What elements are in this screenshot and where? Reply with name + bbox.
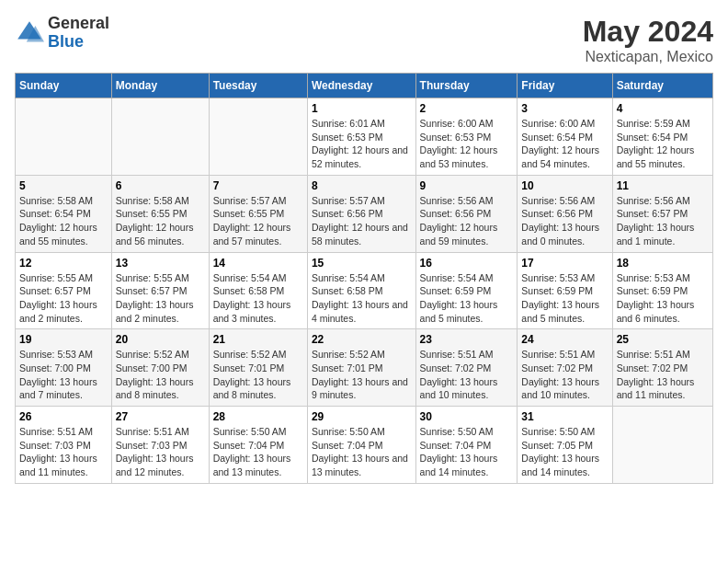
day-number: 28 <box>213 410 303 423</box>
sunrise-label: Sunrise: 5:56 AM <box>617 195 690 206</box>
daylight-label: Daylight: 12 hours and 56 minutes. <box>116 222 194 247</box>
daylight-label: Daylight: 13 hours and 9 minutes. <box>312 376 408 401</box>
calendar-cell: 25 Sunrise: 5:51 AM Sunset: 7:02 PM Dayl… <box>612 329 712 407</box>
calendar-cell: 2 Sunrise: 6:00 AM Sunset: 6:53 PM Dayli… <box>415 98 518 176</box>
daylight-label: Daylight: 13 hours and 2 minutes. <box>116 299 194 324</box>
calendar-cell: 13 Sunrise: 5:55 AM Sunset: 6:57 PM Dayl… <box>111 252 209 329</box>
daylight-label: Daylight: 13 hours and 3 minutes. <box>213 299 291 324</box>
sunset-label: Sunset: 6:56 PM <box>521 208 593 219</box>
day-number: 31 <box>521 410 608 423</box>
daylight-label: Daylight: 13 hours and 12 minutes. <box>116 453 194 477</box>
sunset-label: Sunset: 7:03 PM <box>116 440 188 451</box>
sunrise-label: Sunrise: 5:58 AM <box>116 195 189 206</box>
header-friday: Friday <box>518 74 612 98</box>
calendar-cell: 10 Sunrise: 5:56 AM Sunset: 6:56 PM Dayl… <box>518 175 612 252</box>
day-info: Sunrise: 5:53 AM Sunset: 6:59 PM Dayligh… <box>521 271 608 326</box>
day-number: 24 <box>521 333 608 346</box>
calendar-cell: 23 Sunrise: 5:51 AM Sunset: 7:02 PM Dayl… <box>415 329 518 407</box>
calendar-cell <box>16 98 112 176</box>
daylight-label: Daylight: 13 hours and 1 minute. <box>617 222 695 247</box>
calendar-cell: 11 Sunrise: 5:56 AM Sunset: 6:57 PM Dayl… <box>612 175 712 252</box>
day-info: Sunrise: 5:52 AM Sunset: 7:01 PM Dayligh… <box>312 348 412 402</box>
header-row: Sunday Monday Tuesday Wednesday Thursday… <box>16 74 713 98</box>
calendar-cell <box>111 98 209 176</box>
sunrise-label: Sunrise: 5:54 AM <box>213 272 287 283</box>
sunrise-label: Sunrise: 5:51 AM <box>617 349 690 360</box>
calendar-cell: 19 Sunrise: 5:53 AM Sunset: 7:00 PM Dayl… <box>16 329 112 407</box>
calendar-cell: 16 Sunrise: 5:54 AM Sunset: 6:59 PM Dayl… <box>415 252 518 329</box>
sunset-label: Sunset: 6:58 PM <box>312 285 383 296</box>
day-number: 2 <box>420 102 514 115</box>
daylight-label: Daylight: 13 hours and 5 minutes. <box>420 299 498 324</box>
sunset-label: Sunset: 7:04 PM <box>312 440 383 451</box>
sunrise-label: Sunrise: 5:52 AM <box>213 349 287 360</box>
day-info: Sunrise: 5:56 AM Sunset: 6:57 PM Dayligh… <box>617 194 709 248</box>
day-number: 7 <box>213 179 303 192</box>
sunset-label: Sunset: 6:57 PM <box>617 208 688 219</box>
sunset-label: Sunset: 6:59 PM <box>617 285 688 296</box>
sunrise-label: Sunrise: 5:56 AM <box>420 195 494 206</box>
day-info: Sunrise: 5:57 AM Sunset: 6:55 PM Dayligh… <box>213 194 303 248</box>
day-info: Sunrise: 5:51 AM Sunset: 7:02 PM Dayligh… <box>617 348 709 402</box>
calendar-cell: 27 Sunrise: 5:51 AM Sunset: 7:03 PM Dayl… <box>111 407 209 484</box>
daylight-label: Daylight: 13 hours and 5 minutes. <box>521 299 599 324</box>
day-number: 14 <box>213 257 303 270</box>
sunset-label: Sunset: 7:02 PM <box>617 362 688 373</box>
sunrise-label: Sunrise: 5:50 AM <box>420 426 494 437</box>
calendar-cell: 26 Sunrise: 5:51 AM Sunset: 7:03 PM Dayl… <box>16 407 112 484</box>
sunset-label: Sunset: 7:03 PM <box>19 440 91 451</box>
day-info: Sunrise: 5:50 AM Sunset: 7:04 PM Dayligh… <box>312 425 412 479</box>
day-info: Sunrise: 6:01 AM Sunset: 6:53 PM Dayligh… <box>312 117 412 171</box>
sunrise-label: Sunrise: 6:01 AM <box>312 118 385 129</box>
calendar-week-3: 12 Sunrise: 5:55 AM Sunset: 6:57 PM Dayl… <box>16 252 713 329</box>
day-info: Sunrise: 5:54 AM Sunset: 6:59 PM Dayligh… <box>420 271 514 326</box>
logo: General Blue <box>15 15 109 52</box>
day-number: 15 <box>312 257 412 270</box>
day-number: 6 <box>116 179 205 192</box>
day-info: Sunrise: 5:55 AM Sunset: 6:57 PM Dayligh… <box>116 271 205 326</box>
header-tuesday: Tuesday <box>209 74 307 98</box>
daylight-label: Daylight: 13 hours and 14 minutes. <box>420 453 498 477</box>
calendar-cell: 28 Sunrise: 5:50 AM Sunset: 7:04 PM Dayl… <box>209 407 307 484</box>
calendar-cell <box>612 407 712 484</box>
header-wednesday: Wednesday <box>307 74 415 98</box>
day-number: 4 <box>617 102 709 115</box>
calendar-cell: 9 Sunrise: 5:56 AM Sunset: 6:56 PM Dayli… <box>415 175 518 252</box>
daylight-label: Daylight: 13 hours and 7 minutes. <box>19 376 97 401</box>
calendar-cell: 14 Sunrise: 5:54 AM Sunset: 6:58 PM Dayl… <box>209 252 307 329</box>
calendar-cell: 4 Sunrise: 5:59 AM Sunset: 6:54 PM Dayli… <box>612 98 712 176</box>
page-header: General Blue May 2024 Nexticapan, Mexico <box>15 15 713 65</box>
calendar-cell: 22 Sunrise: 5:52 AM Sunset: 7:01 PM Dayl… <box>307 329 415 407</box>
day-number: 23 <box>420 333 514 346</box>
calendar-cell: 20 Sunrise: 5:52 AM Sunset: 7:00 PM Dayl… <box>111 329 209 407</box>
calendar-header: Sunday Monday Tuesday Wednesday Thursday… <box>16 74 713 98</box>
sunrise-label: Sunrise: 6:00 AM <box>521 118 595 129</box>
daylight-label: Daylight: 13 hours and 8 minutes. <box>213 376 291 401</box>
title-block: May 2024 Nexticapan, Mexico <box>583 15 713 65</box>
daylight-label: Daylight: 13 hours and 8 minutes. <box>116 376 194 401</box>
day-info: Sunrise: 5:50 AM Sunset: 7:04 PM Dayligh… <box>213 425 303 479</box>
sunrise-label: Sunrise: 6:00 AM <box>420 118 494 129</box>
sunset-label: Sunset: 6:54 PM <box>617 132 688 143</box>
day-number: 25 <box>617 333 709 346</box>
calendar-cell: 7 Sunrise: 5:57 AM Sunset: 6:55 PM Dayli… <box>209 175 307 252</box>
sunset-label: Sunset: 7:00 PM <box>19 362 91 373</box>
calendar-cell: 1 Sunrise: 6:01 AM Sunset: 6:53 PM Dayli… <box>307 98 415 176</box>
day-info: Sunrise: 5:50 AM Sunset: 7:04 PM Dayligh… <box>420 425 514 479</box>
sunset-label: Sunset: 7:00 PM <box>116 362 188 373</box>
sunrise-label: Sunrise: 5:59 AM <box>617 118 690 129</box>
sunset-label: Sunset: 6:57 PM <box>19 285 91 296</box>
daylight-label: Daylight: 13 hours and 2 minutes. <box>19 299 97 324</box>
sunrise-label: Sunrise: 5:50 AM <box>213 426 287 437</box>
day-number: 30 <box>420 410 514 423</box>
sunset-label: Sunset: 7:01 PM <box>312 362 383 373</box>
daylight-label: Daylight: 13 hours and 14 minutes. <box>521 453 599 477</box>
calendar-subtitle: Nexticapan, Mexico <box>583 49 713 65</box>
calendar-cell: 17 Sunrise: 5:53 AM Sunset: 6:59 PM Dayl… <box>518 252 612 329</box>
day-info: Sunrise: 6:00 AM Sunset: 6:54 PM Dayligh… <box>521 117 608 171</box>
daylight-label: Daylight: 13 hours and 10 minutes. <box>521 376 599 401</box>
sunset-label: Sunset: 6:59 PM <box>420 285 492 296</box>
day-info: Sunrise: 5:53 AM Sunset: 6:59 PM Dayligh… <box>617 271 709 326</box>
calendar-cell: 29 Sunrise: 5:50 AM Sunset: 7:04 PM Dayl… <box>307 407 415 484</box>
sunset-label: Sunset: 6:53 PM <box>312 132 383 143</box>
